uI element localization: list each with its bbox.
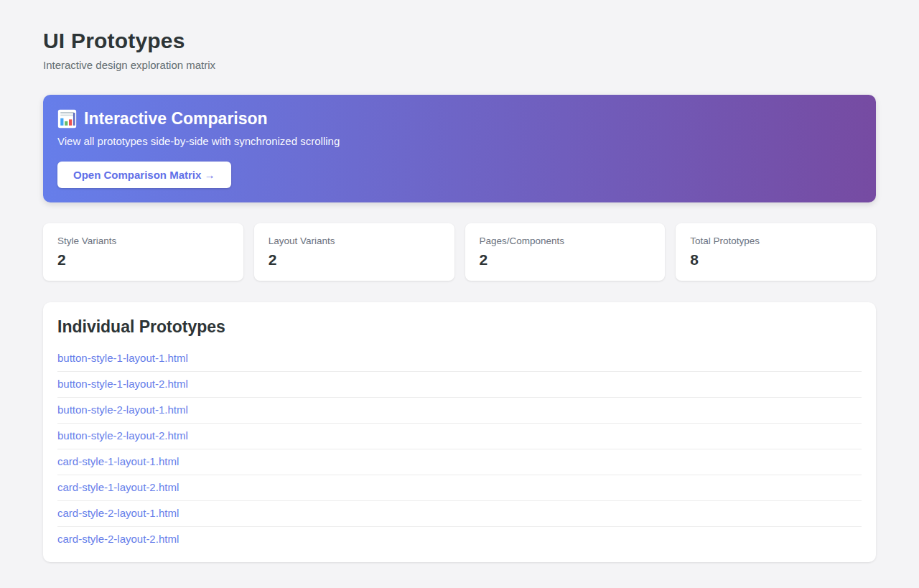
bar-chart-icon	[57, 109, 77, 129]
banner-title: Interactive Comparison	[57, 109, 859, 129]
list-item: button-style-2-layout-2.html	[57, 424, 862, 449]
prototype-link[interactable]: button-style-1-layout-1.html	[57, 352, 188, 364]
individual-prototypes-heading: Individual Prototypes	[57, 317, 862, 337]
stat-label: Style Variants	[57, 235, 229, 246]
prototype-link[interactable]: button-style-2-layout-2.html	[57, 429, 188, 442]
stat-value: 8	[690, 251, 862, 269]
stat-label: Total Prototypes	[690, 235, 862, 246]
stat-value: 2	[480, 251, 651, 269]
prototype-list: button-style-1-layout-1.html button-styl…	[57, 346, 862, 552]
list-item: card-style-2-layout-1.html	[57, 501, 862, 527]
banner-title-text: Interactive Comparison	[84, 109, 268, 129]
comparison-banner: Interactive Comparison View all prototyp…	[43, 95, 876, 202]
stat-value: 2	[269, 251, 440, 269]
stats-grid: Style Variants 2 Layout Variants 2 Pages…	[43, 223, 876, 281]
list-item: button-style-2-layout-1.html	[57, 398, 862, 424]
stat-card: Pages/Components 2	[465, 223, 666, 281]
list-item: card-style-1-layout-1.html	[57, 449, 862, 475]
prototype-link[interactable]: card-style-1-layout-1.html	[57, 455, 179, 467]
list-item: card-style-1-layout-2.html	[57, 475, 862, 501]
stat-label: Layout Variants	[269, 235, 440, 246]
list-item: button-style-1-layout-2.html	[57, 372, 862, 398]
individual-prototypes-card: Individual Prototypes button-style-1-lay…	[43, 302, 876, 562]
prototype-link[interactable]: button-style-2-layout-1.html	[57, 403, 188, 416]
page-container: UI Prototypes Interactive design explora…	[43, 0, 876, 588]
prototype-link[interactable]: card-style-2-layout-1.html	[57, 507, 179, 519]
prototype-link[interactable]: button-style-1-layout-2.html	[57, 378, 188, 390]
prototype-link[interactable]: card-style-1-layout-2.html	[57, 481, 179, 493]
list-item: card-style-2-layout-2.html	[57, 527, 862, 552]
stat-card: Total Prototypes 8	[676, 223, 876, 281]
stat-value: 2	[57, 251, 229, 269]
stat-card: Style Variants 2	[43, 223, 243, 281]
page-subtitle: Interactive design exploration matrix	[43, 59, 876, 71]
prototype-link[interactable]: card-style-2-layout-2.html	[57, 533, 179, 545]
page-title: UI Prototypes	[43, 29, 876, 53]
stat-label: Pages/Components	[480, 235, 651, 246]
open-comparison-matrix-button[interactable]: Open Comparison Matrix →	[57, 162, 231, 188]
banner-description: View all prototypes side-by-side with sy…	[57, 135, 859, 147]
stat-card: Layout Variants 2	[254, 223, 454, 281]
list-item: button-style-1-layout-1.html	[57, 346, 862, 372]
